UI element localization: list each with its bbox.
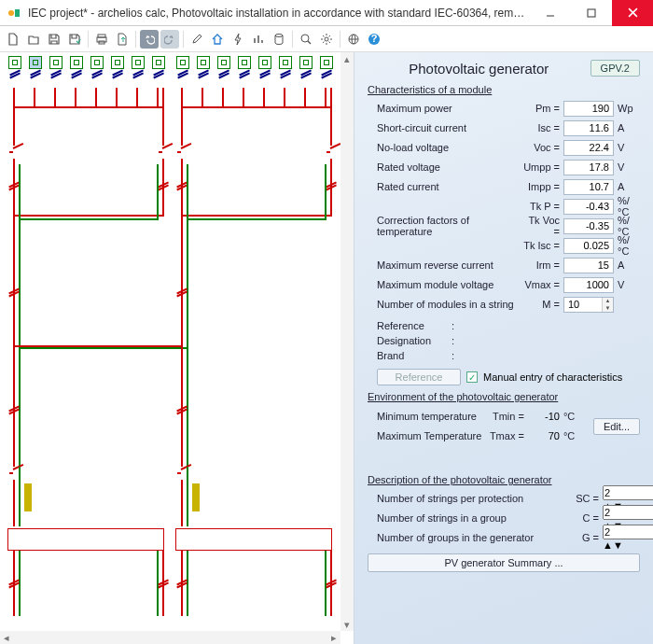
minimize-button[interactable] <box>530 0 571 26</box>
help-icon[interactable]: ? <box>365 30 383 49</box>
brand-label: Brand <box>377 350 452 361</box>
tkisc-input[interactable] <box>563 238 614 254</box>
scroll-left-icon[interactable]: ◂ <box>0 631 13 644</box>
tkvoc-input[interactable] <box>563 218 614 234</box>
vertical-scrollbar[interactable]: ▴ ▾ <box>340 52 354 631</box>
new-icon[interactable] <box>4 30 22 49</box>
window-title: IEC project* - archelios calc, Photovolt… <box>28 7 530 20</box>
database-icon[interactable] <box>270 30 288 49</box>
section-environment: Environment of the photovoltaic generato… <box>368 391 640 402</box>
svg-point-9 <box>275 34 283 36</box>
m-label: Number of modules in a string <box>368 299 521 310</box>
voc-input[interactable] <box>563 140 614 156</box>
export-icon[interactable] <box>113 30 132 49</box>
section-characteristics: Characteristics of a module <box>368 84 640 95</box>
scroll-right-icon[interactable]: ▸ <box>327 631 340 644</box>
g-input[interactable] <box>603 525 653 539</box>
open-icon[interactable] <box>24 30 43 49</box>
maximize-button[interactable] <box>571 0 612 26</box>
svg-point-10 <box>301 35 309 42</box>
redo-icon[interactable] <box>160 30 179 49</box>
tmax-label: Maximum Temperature <box>368 430 485 441</box>
impp-label: Rated current <box>368 181 521 192</box>
c-input[interactable] <box>603 505 653 520</box>
gear-icon[interactable] <box>317 30 336 49</box>
scroll-down-icon[interactable]: ▾ <box>340 618 354 631</box>
toolbar: ? <box>0 26 653 52</box>
generator-id-button[interactable]: GPV.2 <box>590 60 640 77</box>
voc-label: No-load voltage <box>368 142 521 153</box>
svg-rect-1 <box>15 9 20 17</box>
undo-icon[interactable] <box>140 30 159 49</box>
manual-entry-checkbox[interactable]: ✓ <box>466 371 478 383</box>
c-label: Number of strings in a group <box>368 512 567 524</box>
horizontal-scrollbar[interactable]: ◂ ▸ <box>0 631 340 644</box>
svg-line-11 <box>308 41 311 44</box>
svg-point-12 <box>325 37 328 41</box>
pm-label: Maximum power <box>368 103 521 114</box>
chart-icon[interactable] <box>249 30 268 49</box>
home-icon[interactable] <box>208 30 227 49</box>
svg-rect-3 <box>588 9 595 17</box>
edit-icon[interactable] <box>188 30 206 49</box>
titlebar: IEC project* - archelios calc, Photovolt… <box>0 0 653 26</box>
globe-icon[interactable] <box>344 30 363 49</box>
edit-environment-button[interactable]: Edit... <box>593 418 640 435</box>
vmax-input[interactable] <box>563 277 614 293</box>
pv-summary-button[interactable]: PV generator Summary ... <box>368 553 640 572</box>
g-label: Number of groups in the generator <box>368 532 567 543</box>
g-spin-down[interactable]: ▼ <box>613 539 623 551</box>
isc-label: Short-circuit current <box>368 122 521 133</box>
close-button[interactable] <box>612 0 653 26</box>
reference-button[interactable]: Reference <box>377 369 461 385</box>
g-spin-up[interactable]: ▲ <box>603 539 613 551</box>
pm-input[interactable] <box>563 101 614 117</box>
irm-input[interactable] <box>563 258 614 273</box>
corr-label: Correction factors of temperature <box>368 215 521 237</box>
save-as-icon[interactable] <box>65 30 84 49</box>
search-icon[interactable] <box>297 30 315 49</box>
reference-label: Reference <box>377 320 452 331</box>
m-spin-up[interactable]: ▲ <box>602 298 613 305</box>
properties-panel: Photovoltaic generator GPV.2 Characteris… <box>354 52 653 644</box>
vmax-label: Maximum module voltage <box>368 279 521 290</box>
umpp-label: Rated voltage <box>368 161 521 173</box>
app-icon <box>6 5 22 21</box>
umpp-input[interactable] <box>563 160 614 175</box>
svg-point-0 <box>8 10 14 16</box>
designation-label: Designation <box>377 335 452 346</box>
irm-label: Maximum reverse current <box>368 259 521 271</box>
impp-input[interactable] <box>563 179 614 195</box>
save-icon[interactable] <box>45 30 63 49</box>
scroll-up-icon[interactable]: ▴ <box>340 52 354 65</box>
m-spin-down[interactable]: ▼ <box>602 304 613 312</box>
manual-entry-label: Manual entry of characteristics <box>483 371 622 383</box>
panel-title: Photovoltaic generator <box>368 61 590 77</box>
sc-input[interactable] <box>603 485 653 500</box>
sc-label: Number of strings per protection <box>368 493 567 504</box>
section-description: Description of the photovoltaic generato… <box>368 474 640 485</box>
print-icon[interactable] <box>92 30 111 49</box>
isc-input[interactable] <box>563 120 614 136</box>
tkp-input[interactable] <box>563 199 614 215</box>
schematic-canvas[interactable]: ▴ ▾ ◂ ▸ <box>0 52 354 644</box>
tmin-label: Minimum temperature <box>368 411 485 422</box>
bolt-icon[interactable] <box>229 30 247 49</box>
svg-text:?: ? <box>371 33 378 44</box>
